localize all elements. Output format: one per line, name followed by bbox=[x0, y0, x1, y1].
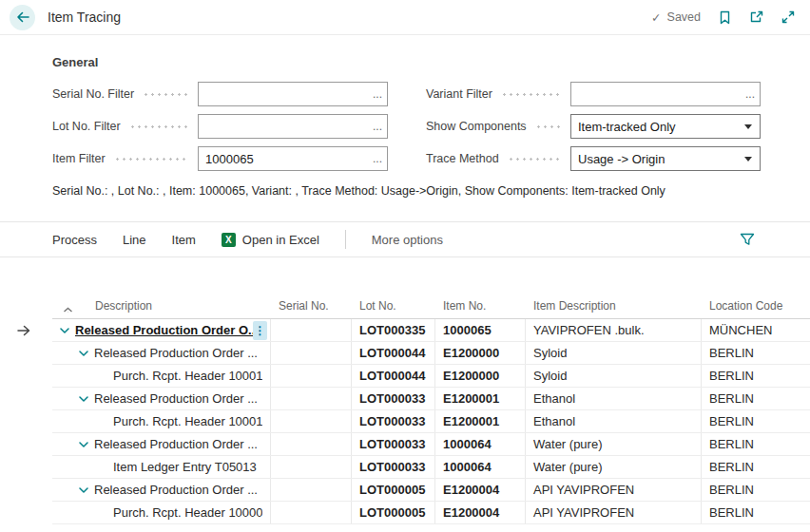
item-description-cell[interactable]: Water (pure) bbox=[526, 456, 702, 478]
table-row[interactable]: Purch. Rcpt. Header 100005 LOT000005 E12… bbox=[52, 502, 810, 524]
description-text[interactable]: Item Ledger Entry T05013 bbox=[113, 460, 257, 474]
lot-no-cell[interactable]: LOT000005 bbox=[352, 502, 435, 523]
description-text[interactable]: Released Production Order O... bbox=[75, 323, 259, 337]
description-text[interactable]: Released Production Order ... bbox=[94, 437, 258, 451]
column-header-location-code[interactable]: Location Code bbox=[702, 299, 810, 313]
serial-no-cell[interactable] bbox=[271, 388, 352, 409]
lot-no-cell[interactable]: LOT000005 bbox=[352, 479, 435, 501]
expand-chevron-icon[interactable] bbox=[79, 442, 88, 447]
description-cell[interactable]: Released Production Order ... bbox=[52, 342, 271, 364]
serial-no-cell[interactable] bbox=[271, 433, 352, 455]
location-code-cell[interactable]: BERLIN bbox=[702, 502, 810, 523]
description-text[interactable]: Purch. Rcpt. Header 100005 bbox=[113, 505, 262, 520]
expand-chevron-icon[interactable] bbox=[79, 351, 88, 356]
lot-no-cell[interactable]: LOT000044 bbox=[352, 365, 435, 387]
description-cell[interactable]: Item Ledger Entry T05013 bbox=[52, 456, 271, 478]
item-description-cell[interactable]: API YAVIPROFEN bbox=[526, 502, 702, 523]
description-cell[interactable]: Purch. Rcpt. Header 100014 bbox=[52, 410, 271, 432]
column-header-lot-no[interactable]: Lot No. bbox=[352, 299, 435, 313]
location-code-cell[interactable]: BERLIN bbox=[702, 365, 810, 387]
toolbar-item-button[interactable]: Item bbox=[172, 233, 196, 247]
item-no-cell[interactable]: E1200000 bbox=[435, 365, 526, 387]
share-icon[interactable] bbox=[749, 10, 763, 24]
row-context-menu-button[interactable]: ⋮ bbox=[253, 321, 267, 340]
item-no-cell[interactable]: 1000064 bbox=[435, 456, 526, 478]
item-description-cell[interactable]: Syloid bbox=[526, 365, 702, 387]
table-row[interactable]: Released Production Order ... LOT000005 … bbox=[52, 479, 810, 502]
bookmark-icon[interactable] bbox=[719, 10, 731, 25]
show-components-select[interactable]: Item-tracked Only bbox=[570, 114, 761, 139]
description-cell[interactable]: Purch. Rcpt. Header 100005 bbox=[52, 502, 271, 523]
item-no-cell[interactable]: E1200004 bbox=[435, 479, 526, 501]
description-text[interactable]: Released Production Order ... bbox=[94, 346, 258, 360]
lot-no-cell[interactable]: LOT000044 bbox=[352, 342, 435, 364]
toolbar-line-button[interactable]: Line bbox=[123, 233, 146, 247]
serial-no-cell[interactable] bbox=[271, 479, 352, 501]
open-in-excel-button[interactable]: X Open in Excel bbox=[222, 233, 319, 247]
item-description-cell[interactable]: YAVIPROFEN .bulk. bbox=[526, 319, 702, 341]
location-code-cell[interactable]: BERLIN bbox=[702, 479, 810, 501]
serial-no-cell[interactable] bbox=[271, 502, 352, 523]
description-text[interactable]: Released Production Order ... bbox=[94, 391, 258, 406]
description-cell[interactable]: Purch. Rcpt. Header 100017 bbox=[52, 365, 271, 387]
location-code-cell[interactable]: BERLIN bbox=[702, 342, 810, 364]
filter-icon[interactable] bbox=[740, 233, 755, 246]
variant-filter-input[interactable] bbox=[570, 82, 761, 106]
location-code-cell[interactable]: BERLIN bbox=[702, 410, 810, 432]
location-code-cell[interactable]: MÜNCHEN bbox=[702, 319, 810, 341]
item-description-cell[interactable]: Water (pure) bbox=[526, 433, 702, 455]
expand-icon[interactable] bbox=[781, 10, 795, 24]
description-cell[interactable]: Released Production Order ... bbox=[52, 433, 271, 455]
expand-chevron-icon[interactable] bbox=[79, 487, 88, 493]
lot-no-assist-edit-button[interactable]: ... bbox=[368, 115, 387, 138]
table-row[interactable]: Item Ledger Entry T05013 LOT000033 10000… bbox=[52, 456, 810, 479]
column-header-serial-no[interactable]: Serial No. bbox=[271, 299, 352, 313]
serial-no-assist-edit-button[interactable]: ... bbox=[368, 83, 387, 105]
description-text[interactable]: Purch. Rcpt. Header 100017 bbox=[113, 369, 262, 383]
item-no-cell[interactable]: E1200001 bbox=[435, 388, 526, 409]
variant-assist-edit-button[interactable]: ... bbox=[741, 83, 760, 105]
serial-no-cell[interactable] bbox=[271, 365, 352, 387]
description-text[interactable]: Released Production Order ... bbox=[94, 483, 258, 497]
item-no-cell[interactable]: E1200001 bbox=[435, 410, 526, 432]
serial-no-filter-input[interactable] bbox=[198, 82, 388, 106]
item-description-cell[interactable]: Syloid bbox=[526, 342, 702, 364]
column-header-item-no[interactable]: Item No. bbox=[435, 299, 526, 313]
toolbar-process-button[interactable]: Process bbox=[52, 233, 97, 247]
description-cell[interactable]: Released Production Order ... bbox=[52, 479, 271, 501]
item-no-cell[interactable]: E1200004 bbox=[435, 502, 526, 523]
location-code-cell[interactable]: BERLIN bbox=[702, 456, 810, 478]
serial-no-cell[interactable] bbox=[271, 456, 352, 478]
table-row[interactable]: Released Production Order O... ⋮ LOT0003… bbox=[52, 319, 810, 342]
table-row[interactable]: Purch. Rcpt. Header 100017 LOT000044 E12… bbox=[52, 365, 810, 388]
serial-no-cell[interactable] bbox=[271, 342, 352, 364]
column-header-item-description[interactable]: Item Description bbox=[526, 299, 702, 313]
back-button[interactable] bbox=[10, 5, 35, 30]
lot-no-cell[interactable]: LOT000335 bbox=[352, 319, 435, 341]
item-description-cell[interactable]: Ethanol bbox=[526, 410, 702, 432]
item-assist-edit-button[interactable]: ... bbox=[368, 147, 387, 170]
lot-no-filter-input[interactable] bbox=[198, 114, 388, 139]
lot-no-cell[interactable]: LOT000033 bbox=[352, 433, 435, 455]
lot-no-cell[interactable]: LOT000033 bbox=[352, 410, 435, 432]
location-code-cell[interactable]: BERLIN bbox=[702, 388, 810, 409]
item-filter-input[interactable] bbox=[198, 146, 388, 171]
item-no-cell[interactable]: E1200000 bbox=[435, 342, 526, 364]
item-no-cell[interactable]: 1000065 bbox=[435, 319, 526, 341]
description-cell[interactable]: Released Production Order ... bbox=[52, 388, 271, 409]
location-code-cell[interactable]: BERLIN bbox=[702, 433, 810, 455]
expand-chevron-icon[interactable] bbox=[60, 328, 69, 333]
table-row[interactable]: Released Production Order ... LOT000033 … bbox=[52, 433, 810, 456]
item-no-cell[interactable]: 1000064 bbox=[435, 433, 526, 455]
more-options-button[interactable]: More options bbox=[372, 233, 443, 247]
table-row[interactable]: Released Production Order ... LOT000044 … bbox=[52, 342, 810, 365]
table-row[interactable]: Purch. Rcpt. Header 100014 LOT000033 E12… bbox=[52, 410, 810, 433]
description-text[interactable]: Purch. Rcpt. Header 100014 bbox=[113, 414, 262, 428]
serial-no-cell[interactable] bbox=[271, 410, 352, 432]
trace-method-select[interactable]: Usage -> Origin bbox=[570, 146, 761, 171]
item-description-cell[interactable]: API YAVIPROFEN bbox=[526, 479, 702, 501]
column-header-description[interactable]: Description bbox=[52, 299, 271, 313]
expand-chevron-icon[interactable] bbox=[79, 396, 88, 402]
lot-no-cell[interactable]: LOT000033 bbox=[352, 456, 435, 478]
collapse-all-icon[interactable] bbox=[63, 307, 73, 313]
